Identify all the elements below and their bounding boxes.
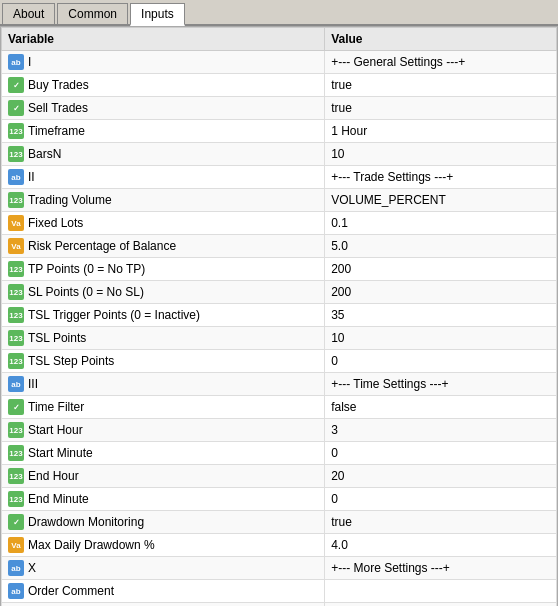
variable-cell: 123End Minute xyxy=(2,488,325,511)
col-variable: Variable xyxy=(2,28,325,51)
type-icon: ✓ xyxy=(8,77,24,93)
variable-cell: ✓Drawdown Monitoring xyxy=(2,511,325,534)
value-cell: 3 xyxy=(325,419,557,442)
value-cell: 0.1 xyxy=(325,212,557,235)
variable-name: TSL Step Points xyxy=(28,354,114,368)
value-cell: 0 xyxy=(325,488,557,511)
variable-cell: 123BarsN xyxy=(2,143,325,166)
variable-name: Fixed Lots xyxy=(28,216,83,230)
table-row: 123Start Minute0 xyxy=(2,442,557,465)
table-row: 123Trading VolumeVOLUME_PERCENT xyxy=(2,189,557,212)
value-cell: 10 xyxy=(325,327,557,350)
variable-cell: VaFixed Lots xyxy=(2,212,325,235)
type-icon: Va xyxy=(8,238,24,254)
value-cell: 35 xyxy=(325,304,557,327)
variable-cell: 123SL Points (0 = No SL) xyxy=(2,281,325,304)
value-cell: 20 xyxy=(325,465,557,488)
content-area: Variable Value abI+--- General Settings … xyxy=(0,26,558,606)
variable-name: Timeframe xyxy=(28,124,85,138)
variable-cell: VaMax Daily Drawdown % xyxy=(2,534,325,557)
type-icon: 123 xyxy=(8,491,24,507)
variable-name: Max Daily Drawdown % xyxy=(28,538,155,552)
variable-name: TP Points (0 = No TP) xyxy=(28,262,145,276)
table-row: abIII+--- Time Settings ---+ xyxy=(2,373,557,396)
variable-cell: abI xyxy=(2,51,325,74)
table-row: 123End Hour20 xyxy=(2,465,557,488)
table-row: ✓Drawdown Monitoringtrue xyxy=(2,511,557,534)
value-cell: 5.0 xyxy=(325,235,557,258)
table-row: 123BarsN10 xyxy=(2,143,557,166)
type-icon: 123 xyxy=(8,261,24,277)
tab-about[interactable]: About xyxy=(2,3,55,24)
variable-cell: 123End Hour xyxy=(2,465,325,488)
variable-cell: 123Start Minute xyxy=(2,442,325,465)
variable-name: TSL Trigger Points (0 = Inactive) xyxy=(28,308,200,322)
variable-name: End Minute xyxy=(28,492,89,506)
tab-common[interactable]: Common xyxy=(57,3,128,24)
type-icon: 123 xyxy=(8,330,24,346)
value-cell: 10 xyxy=(325,143,557,166)
table-row: 123TSL Trigger Points (0 = Inactive)35 xyxy=(2,304,557,327)
tab-inputs[interactable]: Inputs xyxy=(130,3,185,26)
table-row: abI+--- General Settings ---+ xyxy=(2,51,557,74)
type-icon: Va xyxy=(8,537,24,553)
variable-cell: 123Start Hour xyxy=(2,419,325,442)
type-icon: 123 xyxy=(8,422,24,438)
type-icon: 123 xyxy=(8,468,24,484)
table-row: 123Magic Number111 xyxy=(2,603,557,607)
variable-cell: ✓Buy Trades xyxy=(2,74,325,97)
variable-name: BarsN xyxy=(28,147,61,161)
type-icon: ✓ xyxy=(8,514,24,530)
value-cell: true xyxy=(325,74,557,97)
variable-cell: 123Timeframe xyxy=(2,120,325,143)
value-cell: 0 xyxy=(325,350,557,373)
table-row: ✓Buy Tradestrue xyxy=(2,74,557,97)
table-row: VaFixed Lots0.1 xyxy=(2,212,557,235)
table-row: 123SL Points (0 = No SL)200 xyxy=(2,281,557,304)
col-value: Value xyxy=(325,28,557,51)
variable-name: Start Hour xyxy=(28,423,83,437)
variable-name: TSL Points xyxy=(28,331,86,345)
type-icon: 123 xyxy=(8,445,24,461)
variable-cell: 123TP Points (0 = No TP) xyxy=(2,258,325,281)
variable-name: II xyxy=(28,170,35,184)
variable-name: I xyxy=(28,55,31,69)
table-row: 123TP Points (0 = No TP)200 xyxy=(2,258,557,281)
variable-name: X xyxy=(28,561,36,575)
variable-cell: 123TSL Trigger Points (0 = Inactive) xyxy=(2,304,325,327)
type-icon: 123 xyxy=(8,146,24,162)
type-icon: 123 xyxy=(8,353,24,369)
type-icon: 123 xyxy=(8,307,24,323)
value-cell: 200 xyxy=(325,281,557,304)
type-icon: ab xyxy=(8,54,24,70)
variable-cell: VaRisk Percentage of Balance xyxy=(2,235,325,258)
table-row: ✓Time Filterfalse xyxy=(2,396,557,419)
table-row: VaRisk Percentage of Balance5.0 xyxy=(2,235,557,258)
type-icon: 123 xyxy=(8,123,24,139)
value-cell: 4.0 xyxy=(325,534,557,557)
table-row: VaMax Daily Drawdown %4.0 xyxy=(2,534,557,557)
type-icon: 123 xyxy=(8,192,24,208)
table-row: 123Timeframe1 Hour xyxy=(2,120,557,143)
value-cell: 1 Hour xyxy=(325,120,557,143)
type-icon: ab xyxy=(8,169,24,185)
variable-cell: ✓Time Filter xyxy=(2,396,325,419)
type-icon: 123 xyxy=(8,284,24,300)
variable-name: Risk Percentage of Balance xyxy=(28,239,176,253)
value-cell: 200 xyxy=(325,258,557,281)
table-row: abOrder Comment xyxy=(2,580,557,603)
table-row: abII+--- Trade Settings ---+ xyxy=(2,166,557,189)
table-row: 123TSL Points10 xyxy=(2,327,557,350)
variable-name: Drawdown Monitoring xyxy=(28,515,144,529)
value-cell: 0 xyxy=(325,442,557,465)
variable-name: Start Minute xyxy=(28,446,93,460)
table-row: 123Start Hour3 xyxy=(2,419,557,442)
value-cell: +--- Time Settings ---+ xyxy=(325,373,557,396)
variable-cell: 123Trading Volume xyxy=(2,189,325,212)
variable-cell: 123TSL Step Points xyxy=(2,350,325,373)
type-icon: ✓ xyxy=(8,100,24,116)
type-icon: ab xyxy=(8,583,24,599)
value-cell: 111 xyxy=(325,603,557,607)
type-icon: ✓ xyxy=(8,399,24,415)
variable-name: Buy Trades xyxy=(28,78,89,92)
